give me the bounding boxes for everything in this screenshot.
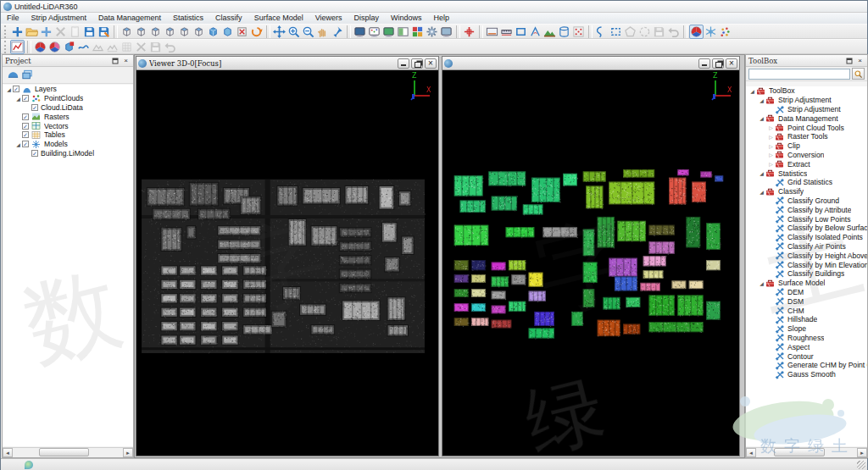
- toolbox-node-strip-adjustment[interactable]: Strip Adjustment: [746, 105, 867, 114]
- save-selection-icon[interactable]: [652, 25, 666, 39]
- viewer2-close-button[interactable]: [726, 58, 737, 69]
- viewer1-restore-button[interactable]: [411, 58, 423, 69]
- toolbox-node-classify-buildings[interactable]: Classify Buildings: [746, 269, 867, 279]
- menu-display[interactable]: Display: [348, 13, 386, 24]
- zoom-in-icon[interactable]: [287, 25, 301, 39]
- search-icon[interactable]: [852, 68, 865, 80]
- viewer2-minimize-button[interactable]: [698, 58, 710, 69]
- profile-terrain-icon[interactable]: [105, 40, 120, 54]
- collapse-icon[interactable]: ◢: [758, 97, 765, 103]
- viewer2-pointcloud-canvas[interactable]: [442, 70, 739, 456]
- toolbox-node-strip-adjustment[interactable]: ◢Strip Adjustment: [746, 96, 867, 105]
- profile-measure-icon[interactable]: [76, 40, 91, 54]
- measure-distance-icon[interactable]: [499, 25, 514, 39]
- select-rectangle-icon[interactable]: [609, 25, 623, 39]
- profile-chart-icon[interactable]: [10, 40, 25, 54]
- viewer-scatter-icon[interactable]: [367, 25, 381, 39]
- display-by-class-icon[interactable]: [410, 25, 425, 39]
- toolbox-node-hillshade[interactable]: Hillshade: [746, 315, 867, 324]
- viewer2-restore-button[interactable]: [712, 58, 724, 69]
- select-in-cube-icon[interactable]: [62, 40, 76, 54]
- view-iso2-icon[interactable]: [220, 25, 235, 39]
- toolbox-node-gauss-smooth[interactable]: Gauss Smooth: [746, 370, 867, 379]
- menu-windows[interactable]: Windows: [385, 13, 428, 24]
- collapse-icon[interactable]: ◢: [5, 86, 13, 92]
- scroll-right-icon[interactable]: ►: [857, 448, 867, 457]
- measure-density-icon[interactable]: [557, 25, 571, 39]
- measure-volume-icon[interactable]: [542, 25, 557, 39]
- toolbar-grip[interactable]: [4, 25, 8, 38]
- classify-interactive-icon[interactable]: [33, 40, 47, 54]
- save-as-icon[interactable]: [97, 25, 111, 39]
- toolbox-node-classify-air-points[interactable]: Classify Air Points: [746, 242, 867, 252]
- toolbox-node-dsm[interactable]: DSM: [746, 296, 867, 306]
- project-node-tables[interactable]: ✓Tables: [3, 130, 133, 140]
- expand-icon[interactable]: ▷: [767, 134, 775, 140]
- menu-surface-model[interactable]: Surface Model: [248, 13, 309, 24]
- visibility-checkbox[interactable]: ✓: [22, 95, 29, 102]
- select-polygon-icon[interactable]: [623, 25, 637, 39]
- toolbox-node-classify-isolated-points[interactable]: Classify Isolated Points: [746, 233, 867, 242]
- classify-by-class-icon[interactable]: [47, 40, 62, 54]
- toolbox-node-statistics[interactable]: ◢Statistics: [746, 169, 867, 178]
- add-layer-icon[interactable]: [6, 68, 20, 82]
- toolbox-float-icon[interactable]: [844, 57, 854, 65]
- select-lasso-icon[interactable]: [594, 25, 609, 39]
- cross-section-icon[interactable]: [462, 25, 476, 39]
- collapse-icon[interactable]: ◢: [758, 280, 765, 286]
- add-data-icon[interactable]: [39, 25, 53, 39]
- toolbar-grip[interactable]: [4, 41, 8, 53]
- viewer-small-icon[interactable]: [439, 25, 453, 39]
- viewer1-pointcloud-canvas[interactable]: [136, 70, 438, 456]
- profile-save-icon[interactable]: [148, 40, 163, 54]
- menu-classify[interactable]: Classify: [209, 13, 248, 24]
- measure-rect-icon[interactable]: [514, 25, 528, 39]
- toolbox-node-toolbox[interactable]: ◢ToolBox: [746, 86, 867, 96]
- toolbox-node-raster-tools[interactable]: ▷Raster Tools: [746, 132, 867, 141]
- profile-mountain-icon[interactable]: [91, 40, 105, 54]
- toolbox-node-dem[interactable]: DEM: [746, 288, 867, 297]
- zoom-out-icon[interactable]: [301, 25, 315, 39]
- toolbox-node-point-cloud-tools[interactable]: ▷Point Cloud Tools: [746, 123, 867, 132]
- full-extent-icon[interactable]: [272, 25, 287, 39]
- toolbox-search-input[interactable]: [748, 69, 850, 80]
- display-by-classification-icon[interactable]: [689, 25, 704, 39]
- viewer-3d-0-titlebar[interactable]: Viewer 3D-0[Focus]: [136, 57, 438, 70]
- collapse-icon[interactable]: ◢: [748, 88, 756, 94]
- menu-strip-adjustment[interactable]: Strip Adjustment: [25, 13, 93, 24]
- remove-data-icon[interactable]: [53, 25, 68, 39]
- menu-file[interactable]: File: [1, 13, 25, 24]
- project-node-models[interactable]: ◢✓Models: [3, 140, 133, 149]
- profile-window-icon[interactable]: [485, 25, 499, 39]
- menu-data-management[interactable]: Data Management: [92, 13, 167, 24]
- measure-angle-icon[interactable]: [528, 25, 542, 39]
- project-node-rasters[interactable]: ✓Rasters: [3, 112, 133, 121]
- view-front-icon[interactable]: [120, 25, 134, 39]
- save-icon[interactable]: [82, 25, 97, 39]
- viewer-3d-1-titlebar[interactable]: [442, 57, 739, 70]
- toolbox-node-generate-chm-by-point-clou[interactable]: Generate CHM by Point Clou: [746, 361, 867, 370]
- toolbox-node-chm[interactable]: CHM: [746, 306, 867, 315]
- menu-help[interactable]: Help: [428, 13, 456, 24]
- project-node-building-limodel[interactable]: ✓Building.LiModel: [3, 149, 133, 158]
- profile-clear-icon[interactable]: [134, 40, 148, 54]
- view-left-icon[interactable]: [148, 25, 163, 39]
- toolbox-node-classify-by-height-above-gro[interactable]: Classify by Height Above Gro: [746, 251, 867, 260]
- collapse-icon[interactable]: ◢: [14, 96, 22, 102]
- expand-icon[interactable]: ▷: [767, 143, 775, 149]
- toolbox-node-classify-ground[interactable]: Classify Ground: [746, 196, 867, 206]
- toolbox-node-aspect[interactable]: Aspect: [746, 342, 867, 351]
- toolbox-node-data-management[interactable]: ◢Data Management: [746, 113, 867, 123]
- project-node-vectors[interactable]: ✓Vectors: [3, 121, 133, 130]
- new-project-icon[interactable]: [10, 25, 25, 39]
- view-back-icon[interactable]: [134, 25, 148, 39]
- view-iso-icon[interactable]: [206, 25, 220, 39]
- scroll-left-icon[interactable]: ◄: [746, 448, 756, 457]
- toolbox-node-roughness[interactable]: Roughness: [746, 334, 867, 343]
- visibility-checkbox[interactable]: ✓: [31, 104, 38, 111]
- toolbox-node-clip[interactable]: ▷Clip: [746, 141, 867, 151]
- visibility-checkbox[interactable]: ✓: [22, 141, 29, 147]
- project-close-icon[interactable]: ×: [121, 57, 131, 65]
- toolbox-node-surface-model[interactable]: ◢Surface Model: [746, 279, 867, 288]
- viewer-2d-icon[interactable]: [381, 25, 396, 39]
